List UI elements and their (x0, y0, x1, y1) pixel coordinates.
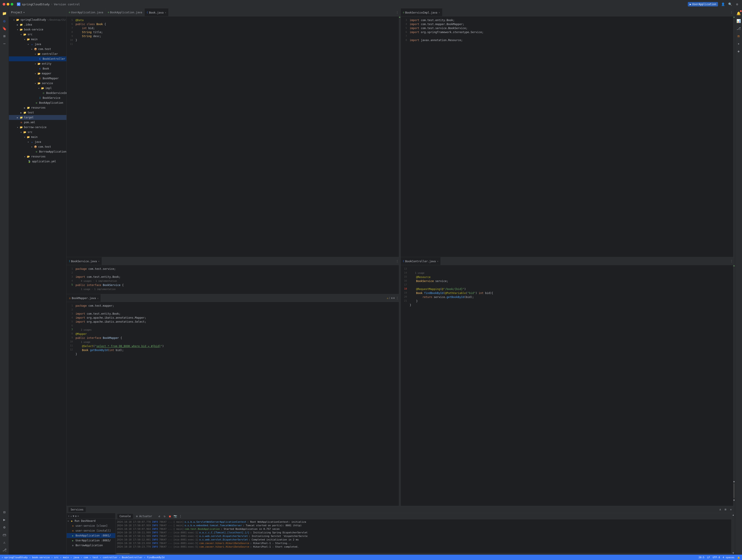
tree-item-bcomtest[interactable]: ▾ 📦 com.test (9, 144, 66, 149)
notifications-icon[interactable]: 🔔 1 (736, 10, 742, 16)
tree-item-service[interactable]: ▾ 📂 service (9, 81, 66, 86)
tree-item-main[interactable]: ▾ 📂 main (9, 37, 66, 42)
tree-item-bmain[interactable]: ▾ 📂 main (9, 134, 66, 139)
terminal-icon[interactable]: ⊟ (1, 509, 8, 515)
tree-item-appyml[interactable]: 🍃 application.yml (9, 159, 66, 164)
code-content-bookserviceimpl[interactable]: 345678 import com.test.entity.Book; impo… (401, 16, 735, 257)
indexing-icon[interactable]: 📊 (736, 18, 742, 24)
console-stop-icon[interactable]: ■ (168, 514, 172, 518)
close-panel-icon[interactable]: ✕ (729, 507, 733, 512)
settings-icon[interactable]: ⚙ (735, 2, 739, 6)
console-refresh-icon[interactable]: ↻ (162, 514, 167, 518)
tab-BookController[interactable]: C BookController.java ✕ (401, 257, 441, 265)
expand-panel-icon[interactable]: ⊞ (723, 507, 728, 512)
tree-item-Book[interactable]: © Book (9, 66, 66, 71)
console-screenshot-icon[interactable]: 📷 (173, 514, 177, 518)
tab-services[interactable]: Services (68, 507, 86, 512)
code-bs[interactable]: package com.test.service; import com.tes… (75, 265, 399, 294)
tree-item-BookMapper[interactable]: ① BookMapper (9, 76, 66, 81)
code-bm[interactable]: package com.test.mapper; import com.test… (75, 302, 399, 506)
services-userapp[interactable]: ▶ UserApplication :8083/ (67, 538, 115, 543)
services-user-install[interactable]: m user-service [install] (67, 528, 115, 533)
more-tabs-icon-br[interactable]: ⋮ (730, 259, 733, 263)
console-more-icon[interactable]: ⋮ (178, 514, 183, 518)
scroll-down-icon[interactable]: ▼ (733, 499, 735, 501)
console-output[interactable]: 2024-10-18 17:50:07.778 INFO 78647 --- [… (115, 519, 731, 553)
services-add-icon[interactable]: + (77, 515, 79, 518)
scroll-down-arrow[interactable]: ▼ (732, 551, 734, 555)
tree-item-BookService[interactable]: I BookService (9, 96, 66, 100)
code-content-book[interactable]: 567891011 @Data public class Book { int … (67, 16, 401, 257)
palette-icon[interactable]: m (736, 33, 742, 39)
collapse-panel-icon[interactable]: ∧ (718, 507, 723, 512)
minimize-button[interactable] (7, 3, 9, 6)
services-run-dashboard[interactable]: ▾ ▶ Run Dashboard (67, 518, 115, 523)
console-restart-icon[interactable]: ↺ (157, 514, 161, 518)
code-bookservice[interactable]: 12345 package com.test.service; import c… (67, 265, 401, 294)
services-icon[interactable]: ⚙ (1, 524, 8, 530)
tab-BookApplication[interactable]: ⚙ BookApplication.java (106, 8, 145, 16)
vcs-icon[interactable]: ⎇ (736, 25, 742, 32)
services-up-icon[interactable]: ↑ (68, 515, 69, 518)
services-down-icon[interactable]: ↓ (70, 515, 72, 518)
tab-BookMapper[interactable]: ① BookMapper.java ✕ (67, 294, 101, 302)
services-group-icon[interactable]: ⊞ (75, 515, 76, 518)
tree-item-BorrowApplication[interactable]: ⚙ BorrowApplication (9, 149, 66, 154)
plugins-icon[interactable]: ⋯ (1, 41, 8, 47)
tree-item-controller[interactable]: ▾ 📂 controller (9, 52, 66, 56)
tree-item-book-service[interactable]: ▾ 📂 book-service (9, 27, 66, 32)
memory-icon[interactable]: ◈ (736, 48, 742, 54)
git-icon[interactable]: ⎇ (1, 547, 8, 553)
more-tabs-icon-bl[interactable]: ⋮ (396, 259, 399, 263)
user-icon[interactable]: 👤 (721, 2, 725, 6)
tree-item-entity[interactable]: ▾ 📂 entity (9, 61, 66, 66)
search-icon[interactable]: 🔍 (728, 2, 732, 6)
tree-item-test[interactable]: ▶ 📁 test (9, 110, 66, 115)
run-icon[interactable]: ▶ (1, 516, 8, 523)
scroll-up-arrow[interactable]: ▲ (732, 513, 734, 516)
close-button[interactable] (3, 3, 5, 6)
code-bc[interactable]: 1 usage @Resource BookService service; @… (409, 265, 733, 506)
tree-item-target[interactable]: ▶ 📁 target (9, 115, 66, 120)
tree-item-borrow-service[interactable]: ▾ 📂 borrow-service (9, 125, 66, 130)
structure-icon[interactable]: ⊞ (1, 33, 8, 39)
tree-item-bresources[interactable]: ▾ 📂 resources (9, 154, 66, 159)
services-user-clean[interactable]: m user-service [clean] (67, 523, 115, 528)
services-borrowapp[interactable]: ⚙ BorrowApplication (67, 543, 115, 548)
run-button[interactable]: ▶ UserApplication (688, 2, 718, 6)
services-bookapp[interactable]: ▶ BookApplication :8081/ (67, 533, 115, 538)
more-tabs-icon[interactable]: ⋮ (396, 11, 399, 14)
services-filter-icon[interactable]: ▼ (73, 515, 74, 518)
tree-item-src[interactable]: ▾ 📂 src (9, 32, 66, 37)
tab-UserApplication[interactable]: ⚙ UserApplication.java (67, 8, 106, 16)
tree-item-BookController[interactable]: C BookController (9, 56, 66, 61)
code-bookcontroller[interactable]: 1314151617 18192021 1 usage @Resource Bo… (401, 265, 735, 506)
tab-BookServiceImpl[interactable]: © BookServiceImpl.java ✕ (401, 8, 442, 16)
scroll-up-icon[interactable]: ▲ (733, 480, 735, 483)
tab-Book[interactable]: C Book.java ✕ (145, 8, 169, 16)
tree-item-resources[interactable]: ▶ 📁 resources (9, 105, 66, 110)
more-tabs-icon-tr[interactable]: ⋮ (730, 11, 733, 14)
tree-item-BookServiceImpl[interactable]: © BookServiceImpl (9, 91, 66, 96)
version-control[interactable]: Version control (54, 3, 80, 6)
console-scrollbar[interactable] (115, 553, 731, 555)
more-tabs-icon-bm[interactable]: ⋮ (396, 296, 399, 300)
maximize-button[interactable] (11, 3, 13, 6)
tab-BookService[interactable]: I BookService.java ✕ (67, 257, 102, 265)
tree-item-impl[interactable]: ▾ 📂 impl (9, 86, 66, 91)
project-view-icon[interactable]: 📁 (1, 10, 8, 16)
tree-item-root[interactable]: ▾ 📂 springCloudStudy ~/Desktop/CS/JavaEE… (9, 17, 66, 22)
tree-item-mapper[interactable]: ▾ 📂 mapper (9, 71, 66, 76)
tree-item-pom[interactable]: m pom.xml (9, 120, 66, 125)
project-name[interactable]: springCloudStudy (22, 3, 50, 6)
problems-icon[interactable]: ⚠ (1, 539, 8, 545)
tab-actuator[interactable]: ⚙ Actuator (134, 514, 154, 519)
tree-item-bjava[interactable]: ▾ ☕ java (9, 139, 66, 144)
tree-item-com-test[interactable]: ▾ 📦 com.test (9, 47, 66, 52)
code-bsi[interactable]: import com.test.entity.Book; import com.… (409, 16, 733, 257)
ai-icon[interactable]: ✦ (736, 41, 742, 47)
code-book[interactable]: @Data public class Book { int bid; Strin… (75, 16, 399, 257)
tree-item-idea[interactable]: ▶ 📁 .idea (9, 22, 66, 27)
commit-icon[interactable]: ◎ (1, 18, 8, 24)
tree-item-BookApplication[interactable]: ⚙ BookApplication (9, 100, 66, 105)
